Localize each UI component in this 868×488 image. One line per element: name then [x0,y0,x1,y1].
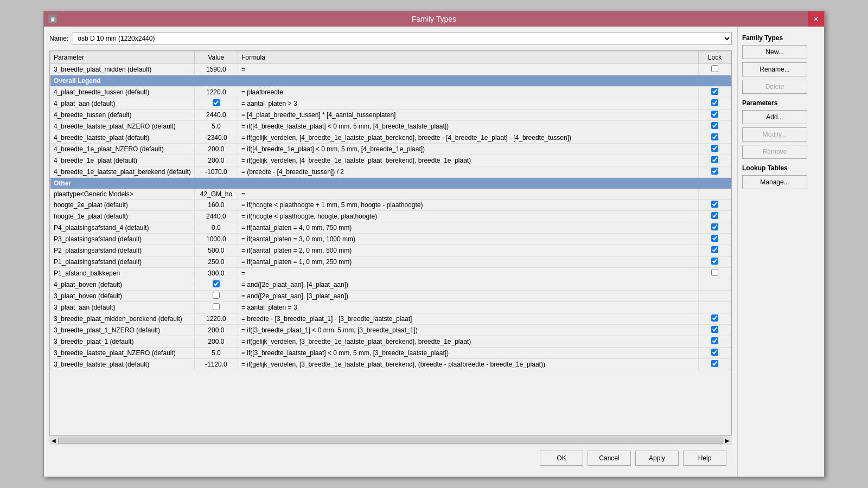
lock-checkbox[interactable] [711,223,718,230]
value-cell[interactable] [194,279,238,291]
lock-cell[interactable] [699,245,731,256]
value-cell[interactable] [194,291,238,302]
lock-checkbox[interactable] [711,337,718,344]
value-cell[interactable]: 200.0 [194,144,238,155]
value-cell[interactable]: -1070.0 [194,166,238,178]
lock-cell[interactable] [699,234,731,245]
ok-button[interactable]: OK [540,451,583,466]
lock-checkbox[interactable] [711,145,718,152]
lock-cell[interactable] [699,155,731,166]
name-select[interactable]: osb D 10 mm (1220x2440) [73,32,732,45]
value-cell[interactable]: 500.0 [194,245,238,256]
lock-cell[interactable] [699,121,731,132]
lock-cell[interactable] [699,325,731,336]
lock-checkbox[interactable] [711,168,718,175]
lock-cell[interactable] [699,110,731,121]
value-checkbox[interactable] [213,292,220,299]
table-row[interactable]: 3_breedte_plaat_1 (default)200.0= if(gel… [50,336,731,348]
lock-checkbox[interactable] [711,88,718,95]
lock-checkbox[interactable] [711,269,718,276]
value-cell[interactable]: 200.0 [194,155,238,166]
lock-cell[interactable] [699,348,731,359]
table-row[interactable]: P1_afstand_balkkepen300.0= [50,268,731,279]
table-row[interactable]: P1_plaatsingsafstand (default)250.0= if(… [50,256,731,268]
lock-cell[interactable] [699,256,731,268]
table-row[interactable]: 3_breedte_plaat_midden_berekend (default… [50,313,731,325]
value-checkbox[interactable] [213,280,220,287]
apply-button[interactable]: Apply [635,451,679,466]
lock-checkbox[interactable] [711,246,718,253]
new-family-type-button[interactable]: New... [742,45,807,59]
lock-cell[interactable] [699,64,731,75]
modify-parameter-button[interactable]: Modify... [742,127,807,142]
lock-cell[interactable] [699,189,731,200]
table-row[interactable]: P2_plaatsingsafstand (default)500.0= if(… [50,245,731,256]
value-cell[interactable]: 160.0 [194,200,238,211]
lock-checkbox[interactable] [711,65,718,72]
table-row[interactable]: 3_plaat_aan (default)= aantal_platen = 3 [50,302,731,313]
lock-cell[interactable] [699,359,731,370]
table-row[interactable]: 3_breedte_plaat_1_NZERO (default)200.0= … [50,325,731,336]
table-row[interactable]: 3_plaat_boven (default)= and([2e_plaat_a… [50,291,731,302]
table-row[interactable]: 3_breedte_plaat_midden (default)1590.0= [50,64,731,75]
table-row[interactable]: 4_breedte_1e_plaat (default)200.0= if(ge… [50,155,731,166]
value-cell[interactable]: 1000.0 [194,234,238,245]
help-button[interactable]: Help [683,451,726,466]
table-row[interactable]: P4_plaatsingsafstand_4 (default)0.0= if(… [50,222,731,234]
lock-checkbox[interactable] [711,156,718,163]
delete-family-type-button[interactable]: Delete [742,80,807,94]
value-cell[interactable] [194,302,238,313]
value-cell[interactable]: 1590.0 [194,64,238,75]
value-cell[interactable]: 200.0 [194,336,238,348]
lock-cell[interactable] [699,132,731,144]
lock-cell[interactable] [699,87,731,98]
lock-checkbox[interactable] [711,133,718,140]
value-cell[interactable]: 300.0 [194,268,238,279]
lock-checkbox[interactable] [711,258,718,265]
value-cell[interactable]: 2440.0 [194,110,238,121]
value-cell[interactable]: 200.0 [194,325,238,336]
lock-cell[interactable] [699,313,731,325]
table-row[interactable]: 4_breedte_tussen (default)2440.0= [4_pla… [50,110,731,121]
lock-checkbox[interactable] [711,235,718,242]
value-cell[interactable] [194,98,238,110]
value-cell[interactable]: 2440.0 [194,211,238,222]
table-row[interactable]: 3_breedte_laatste_plaat (default)-1120.0… [50,359,731,370]
value-cell[interactable]: 1220.0 [194,313,238,325]
table-row[interactable]: P3_plaatsingsafstand (default)1000.0= if… [50,234,731,245]
lock-checkbox[interactable] [711,314,718,322]
close-button[interactable]: ✕ [808,11,824,27]
parameters-table-container[interactable]: Parameter Value Formula Lock 3_breedte_p… [49,50,732,435]
table-row[interactable]: 4_breedte_laatste_plaat_NZERO (default)5… [50,121,731,132]
value-cell[interactable]: 250.0 [194,256,238,268]
value-cell[interactable]: 0.0 [194,222,238,234]
lock-cell[interactable] [699,302,731,313]
table-row[interactable]: 4_breedte_laatste_plaat (default)-2340.0… [50,132,731,144]
value-checkbox[interactable] [213,99,220,106]
value-cell[interactable]: 1220.0 [194,87,238,98]
lock-cell[interactable] [699,279,731,291]
lock-checkbox[interactable] [711,349,718,356]
table-row[interactable]: 4_breedte_1e_laatste_plaat_berekend (def… [50,166,731,178]
lock-cell[interactable] [699,98,731,110]
value-cell[interactable]: 5.0 [194,121,238,132]
horizontal-scrollbar[interactable]: ◀ ▶ [49,435,732,445]
manage-lookup-tables-button[interactable]: Manage... [742,175,807,189]
value-cell[interactable]: -2340.0 [194,132,238,144]
lock-checkbox[interactable] [711,212,718,219]
value-cell[interactable]: 42_GM_ho [194,189,238,200]
value-cell[interactable]: -1120.0 [194,359,238,370]
scroll-track[interactable] [58,438,723,444]
scroll-right-arrow[interactable]: ▶ [725,438,730,444]
lock-cell[interactable] [699,166,731,178]
lock-checkbox[interactable] [711,326,718,333]
lock-checkbox[interactable] [711,122,718,129]
table-row[interactable]: 4_plaat_breedte_tussen (default)1220.0= … [50,87,731,98]
add-parameter-button[interactable]: Add... [742,110,807,124]
table-row[interactable]: 4_breedte_1e_plaat_NZERO (default)200.0=… [50,144,731,155]
table-row[interactable]: hoogte_1e_plaat (default)2440.0= if(hoog… [50,211,731,222]
lock-cell[interactable] [699,291,731,302]
lock-checkbox[interactable] [711,111,718,118]
value-cell[interactable]: 5.0 [194,348,238,359]
table-row[interactable]: 4_plaat_boven (default)= and([2e_plaat_a… [50,279,731,291]
